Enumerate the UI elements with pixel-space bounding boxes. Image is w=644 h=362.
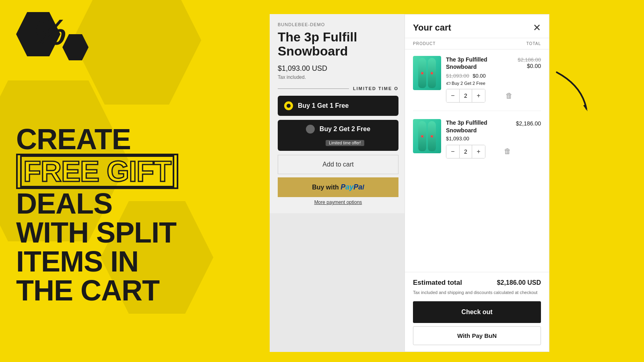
divider-line-left [278,88,349,89]
headline-deals: DEALS [16,189,258,218]
offer-2-badge: Limited time offer! [326,140,364,146]
headline-create: CREATE [16,125,258,154]
cart-items-list: The 3p Fulfilled Snowboard $1,093.00 $0.… [405,49,549,272]
estimated-total-row: Estimated total $2,186.00 USD [413,279,541,287]
arrow-icon [543,67,600,114]
item-1-total-price: $2,186.00 $0.00 [518,56,541,69]
item-2-price: $1,093.00 [446,136,511,142]
item-2-quantity: 2 [459,145,472,158]
cart-panel: Your cart ✕ PRODUCT TOTAL The 3p Fulfill… [405,14,549,352]
item-2-qty-row: − 2 + 🗑 [446,145,511,158]
cart-item-2: The 3p Fulfilled Snowboard $1,093.00 − 2… [413,119,541,158]
item-1-increase-button[interactable]: + [472,89,485,102]
item-1-delete-button[interactable]: 🗑 [506,92,513,100]
headline-free-gift: FREE GIFT [20,155,174,187]
item-2-name: The 3p Fulfilled Snowboard [446,119,511,134]
percent-slash: % [33,14,68,50]
svg-marker-0 [582,103,590,111]
item-1-image [413,56,441,90]
item-2-delete-button[interactable]: 🗑 [504,147,511,156]
item-1-promo-text: Buy 2 Get 2 Free [452,81,485,86]
item-1-qty-box: − 2 + [446,89,485,103]
more-payment-options[interactable]: More payment options [278,200,398,205]
estimated-total-label: Estimated total [413,279,462,287]
product-title: The 3p FulfillSnowboard [278,30,398,58]
offer-1-button[interactable]: Buy 1 Get 1 Free [278,96,398,116]
item-1-decrease-button[interactable]: − [446,89,459,102]
product-price: $1,093.00 USD [278,64,398,73]
cart-footer: Estimated total $2,186.00 USD Tax includ… [405,272,549,352]
estimated-total-value: $2,186.00 USD [497,279,541,286]
offer-1-radio [284,101,293,110]
product-page-mockup: BUNDLEBEE-DEMO The 3p FulfillSnowboard $… [270,14,407,352]
main-headline: CREATE FREE GIFT DEALS WITH SPLIT ITEMS … [16,125,258,305]
item-1-original-price: $1,093.00 [446,73,469,79]
item-2-total-price: $2,186.00 [516,119,541,127]
tax-shipping-note: Tax included and shipping and discounts … [413,289,541,296]
item-2-total: $2,186.00 [516,119,541,127]
cart-title: Your cart [413,23,451,33]
snowboard-visual-1a [418,58,426,88]
offer-2-button[interactable]: Buy 2 Get 2 Free Limited time offer! [278,120,398,151]
headline-the-cart: THE CART [16,276,258,305]
item-1-qty-row: − 2 + 🗑 [446,89,513,103]
item-1-new-price: $0.00 [473,73,486,79]
tax-note: Tax included. [278,74,398,80]
item-1-name: The 3p Fulfilled Snowboard [446,56,513,70]
item-1-pricing: $1,093.00 $0.00 [446,72,513,79]
cart-item-divider [413,111,541,111]
offer-2-label: Buy 2 Get 2 Free [320,125,370,133]
cart-close-button[interactable]: ✕ [533,23,541,33]
logo-area: % [12,12,101,60]
col-product: PRODUCT [413,41,436,46]
offer-2-radio [306,125,315,134]
arrow-annotation [547,74,596,108]
offer-1-label: Buy 1 Get 1 Free [298,102,349,109]
brand-name: BUNDLEBEE-DEMO [278,22,398,27]
promo-tag-icon: 🏷 [446,81,452,86]
cart-item-1: The 3p Fulfilled Snowboard $1,093.00 $0.… [413,56,541,103]
snowboard-visual-1b [428,58,436,88]
item-1-total-new: $0.00 [518,63,541,69]
headline-items-in: ITEMS IN [16,247,258,276]
paypal-brand: PayPa [341,183,362,191]
limited-time-text: LIMITED TIME O [353,86,398,91]
buy-with-label: Buy with [312,184,341,191]
item-2-increase-button[interactable]: + [472,145,485,158]
add-to-cart-button[interactable]: Add to cart [278,155,398,174]
percent-icon: % [12,12,101,60]
snowboard-visual-2b [428,121,436,151]
item-1-details: The 3p Fulfilled Snowboard $1,093.00 $0.… [446,56,513,103]
col-total: TOTAL [526,41,541,46]
headline-free-gift-box: FREE GIFT [16,154,178,189]
hex-small [62,34,89,60]
yellow-background: % CREATE FREE GIFT DEALS WITH SPLIT ITEM… [0,0,274,362]
item-2-qty-box: − 2 + [446,145,485,158]
item-2-decrease-button[interactable]: − [446,145,459,158]
item-1-promo: 🏷 Buy 2 Get 2 Free [446,81,513,86]
item-2-image [413,119,441,153]
pay-bundle-button[interactable]: With Pay BuN [413,326,541,345]
cart-column-headers: PRODUCT TOTAL [405,38,549,49]
cart-header: Your cart ✕ [405,14,549,38]
item-1-quantity: 2 [459,89,472,102]
snowboard-visual-2a [418,121,426,151]
limited-time-divider: LIMITED TIME O [278,86,398,91]
buy-with-paypal-button[interactable]: Buy with PayPal [278,177,398,197]
headline-with-split: WITH SPLIT [16,218,258,247]
checkout-button[interactable]: Check out [413,301,541,323]
item-1-total-strikethrough: $2,186.00 [518,57,541,63]
item-2-details: The 3p Fulfilled Snowboard $1,093.00 − 2… [446,119,511,158]
